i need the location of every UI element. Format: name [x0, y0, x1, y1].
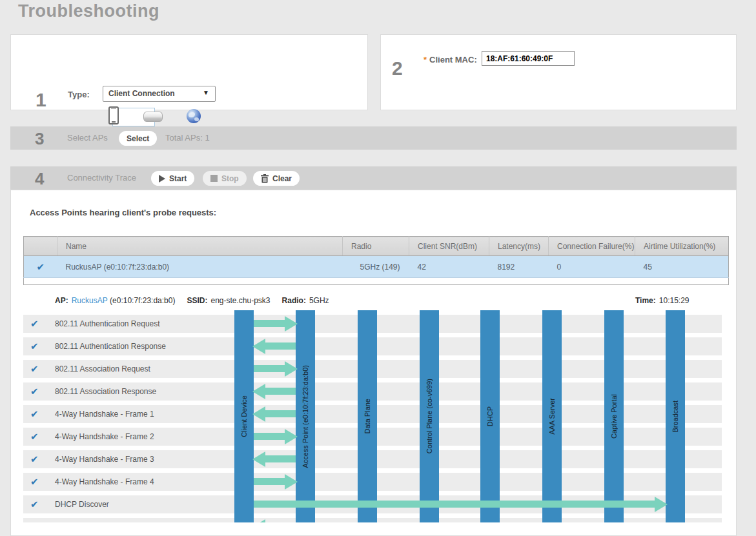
total-aps-label: Total APs: 1 — [165, 126, 210, 150]
step3-number: 3 — [35, 127, 44, 150]
ap-label: AP: — [55, 296, 68, 305]
step-check-icon: ✔ — [30, 360, 39, 378]
ap-name-cell: RuckusAP (e0:10:7f:23:da:b0) — [57, 256, 343, 278]
trace-arrow-left — [252, 384, 296, 399]
stop-icon — [210, 175, 218, 182]
radio-value: 5GHz — [309, 296, 329, 305]
column-header-latency-ms-[interactable]: Latency(ms) — [489, 237, 549, 256]
type-label: Type: — [68, 90, 90, 99]
lane-dhcp: DHCP — [480, 310, 500, 522]
step-label: 4-Way Handshake - Frame 3 — [55, 450, 154, 468]
required-marker: * — [424, 55, 427, 65]
step-label: DHCP Discover — [55, 495, 109, 513]
lane-aaa-server: AAA Server — [542, 310, 562, 522]
lane-label: Broadcast — [671, 401, 679, 433]
step-check-icon: ✔ — [30, 405, 39, 423]
step-check-icon: ✔ — [30, 315, 39, 333]
type-dropdown-value: Client Connection — [108, 86, 175, 101]
lane-broadcast: Broadcast — [666, 310, 685, 522]
play-icon — [159, 175, 165, 183]
lane-label: Control Plane (co-v699) — [425, 379, 433, 453]
ssid-label: SSID: — [187, 296, 207, 305]
ap-mac: (e0:10:7f:23:da:b0) — [110, 296, 175, 305]
radio-label: Radio: — [282, 296, 306, 305]
lane-control-plane-co-v699-: Control Plane (co-v699) — [420, 310, 439, 522]
column-header-check[interactable] — [24, 237, 57, 256]
step-check-icon: ✔ — [30, 428, 39, 446]
column-header-radio[interactable]: Radio — [343, 237, 409, 256]
access-point-icon[interactable] — [143, 112, 163, 122]
trace-arrow-right — [254, 361, 298, 377]
clear-button[interactable]: Clear — [253, 171, 300, 186]
connectivity-trace-diagram: ✔802.11 Authentication Request✔802.11 Au… — [23, 310, 722, 522]
lane-client-device: Client Device — [234, 310, 254, 522]
client-snr-cell: 42 — [409, 256, 489, 278]
trace-ap-info: AP:RuckusAP (e0:10:7f:23:da:b0)SSID:eng-… — [55, 296, 329, 305]
column-header-name[interactable]: Name — [57, 237, 343, 256]
table-header-row: NameRadioClient SNR(dBm)Latency(ms)Conne… — [24, 237, 729, 256]
step-label: 802.11 Authentication Response — [55, 337, 166, 355]
client-mac-label: *Client MAC: — [424, 55, 477, 65]
step4-bar: 4 Connectivity Trace Start Stop Clear — [10, 166, 737, 190]
lane-label: Data Plane — [363, 399, 371, 433]
trace-arrow-left — [252, 339, 296, 354]
connectivity-trace-label: Connectivity Trace — [67, 166, 136, 190]
step2-number: 2 — [392, 57, 403, 79]
column-header-connection-failure-[interactable]: Connection Failure(%) — [549, 237, 635, 256]
lane-label: DHCP — [486, 406, 494, 426]
ssid-value: eng-ste.chu-psk3 — [210, 296, 270, 305]
stop-button[interactable]: Stop — [203, 171, 247, 186]
step-label: 4-Way Handshake - Frame 4 — [55, 473, 154, 491]
lane-label: Client Device — [240, 395, 248, 437]
column-header-client-snr-dbm-[interactable]: Client SNR(dBm) — [409, 237, 489, 256]
trace-arrow-right — [254, 474, 298, 490]
ap-table-row[interactable]: ✔RuckusAP (e0:10:7f:23:da:b0)5GHz (149)4… — [24, 256, 729, 278]
trace-arrow-left — [252, 519, 480, 522]
step-check-icon: ✔ — [30, 337, 39, 355]
select-aps-label: Select APs — [67, 126, 108, 150]
step-label: 4-Way Handshake - Frame 2 — [55, 428, 154, 446]
type-dropdown[interactable]: Client Connection ▼ — [103, 86, 216, 102]
column-header-airtime-utilization-[interactable]: Airtime Utilization(%) — [635, 237, 729, 256]
lane-label: AAA Server — [548, 398, 556, 435]
connection-failure-cell: 0 — [549, 256, 635, 278]
trace-arrow-left — [252, 406, 296, 422]
time-value: 10:15:29 — [659, 296, 690, 305]
step4-number: 4 — [35, 167, 44, 190]
step1-number: 1 — [36, 89, 46, 111]
select-aps-button[interactable]: Select — [119, 131, 157, 146]
time-label: Time: — [635, 296, 656, 305]
lane-label: Captive Portal — [610, 394, 618, 439]
probe-requests-table: NameRadioClient SNR(dBm)Latency(ms)Conne… — [23, 236, 729, 285]
client-mac-input[interactable] — [482, 51, 575, 66]
airtime-utilization-cell: 45 — [635, 256, 729, 278]
step3-bar: 3 Select APs Select Total APs: 1 — [10, 126, 737, 150]
globe-icon[interactable] — [187, 109, 201, 123]
step-check-icon: ✔ — [30, 495, 39, 513]
trace-time: Time:10:15:29 — [635, 296, 690, 305]
step-check-icon: ✔ — [30, 473, 39, 491]
chevron-down-icon: ▼ — [203, 89, 209, 96]
lane-captive-portal: Captive Portal — [604, 310, 624, 522]
ap-name-link[interactable]: RuckusAP — [72, 296, 108, 305]
radio-cell: 5GHz (149) — [343, 256, 409, 278]
step-label: 802.11 Authentication Request — [55, 315, 160, 333]
step-label: 4-Way Handshake - Frame 1 — [55, 405, 154, 423]
table-filler-row — [24, 278, 729, 285]
latency-cell: 8192 — [489, 256, 549, 278]
lane-access-point-e0-10-7f-23-da-b0-: Access Point (e0:10:7f:23:da:b0) — [296, 310, 315, 522]
step-check-icon: ✔ — [30, 450, 39, 468]
lane-data-plane: Data Plane — [358, 310, 377, 522]
step-label: 802.11 Association Response — [55, 382, 156, 401]
page-title: Troubleshooting — [18, 1, 159, 21]
client-device-icon[interactable] — [108, 106, 119, 124]
step1-panel: 1 Type: Client Connection ▼ — [10, 34, 368, 110]
step-check-icon: ✔ — [30, 382, 39, 401]
step2-panel: 2 *Client MAC: — [380, 34, 737, 110]
lane-label: Access Point (e0:10:7f:23:da:b0) — [301, 365, 309, 468]
row-check-icon: ✔ — [24, 256, 57, 278]
step-label: 802.11 Association Request — [55, 360, 150, 378]
start-button[interactable]: Start — [151, 171, 194, 186]
trace-arrow-right — [254, 316, 298, 332]
probe-requests-heading: Access Points hearing client's probe req… — [30, 208, 216, 217]
